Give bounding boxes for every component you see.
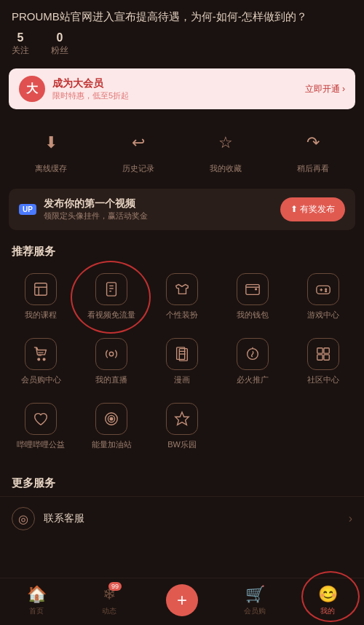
- nav-mine[interactable]: 😊 我的: [291, 585, 364, 616]
- energy-label: 能量加油站: [92, 439, 132, 450]
- service-community[interactable]: 社区中心: [288, 329, 358, 394]
- svg-point-29: [110, 417, 113, 420]
- fans-stat: 0 粉丝: [51, 31, 68, 57]
- dynamic-badge: 99: [108, 582, 122, 591]
- quick-action-favorites[interactable]: ☆ 我的收藏: [210, 127, 242, 174]
- vip-banner[interactable]: 大 成为大会员 限时特惠，低至5折起 立即开通 ›: [9, 68, 355, 109]
- vip-shop-nav-label: 会员购: [244, 606, 266, 616]
- charity-icon: [25, 403, 57, 435]
- community-label: 社区中心: [307, 374, 339, 385]
- customer-service-arrow: ›: [349, 512, 352, 525]
- promote-label: 必火推广: [237, 374, 269, 385]
- wallet-label: 我的钱包: [237, 310, 269, 321]
- up-text: 发布你的第一个视频 领限定头像挂件，赢活动奖金: [44, 197, 280, 221]
- community-icon: [307, 338, 339, 370]
- free-flow-icon: [95, 273, 127, 305]
- quick-action-offline[interactable]: ⬇ 离线缓存: [35, 127, 67, 174]
- service-charity[interactable]: 哔哩哔哩公益: [6, 394, 76, 459]
- wallet-icon: [237, 273, 269, 305]
- up-banner[interactable]: UP 发布你的第一个视频 领限定头像挂件，赢活动奖金 ⬆ 有奖发布: [9, 189, 355, 230]
- svg-point-16: [109, 352, 114, 356]
- svg-rect-24: [324, 348, 329, 353]
- service-vip-shop[interactable]: 会员购中心: [6, 329, 76, 394]
- vip-title: 成为大会员: [52, 77, 305, 90]
- home-label: 首页: [29, 606, 44, 616]
- home-icon: 🏠: [27, 585, 47, 604]
- energy-icon: [95, 403, 127, 435]
- favorites-label: 我的收藏: [210, 163, 242, 174]
- up-publish-button[interactable]: ⬆ 有奖发布: [280, 197, 345, 221]
- svg-rect-26: [324, 355, 329, 360]
- vip-shop-icon: [25, 338, 57, 370]
- nav-home[interactable]: 🏠 首页: [0, 585, 73, 616]
- recommended-section-title: 推荐服务: [0, 233, 364, 264]
- service-costume[interactable]: 个性装扮: [147, 264, 218, 329]
- vip-subtitle: 限时特惠，低至5折起: [52, 90, 305, 101]
- service-free-flow[interactable]: 看视频免流量: [76, 264, 147, 329]
- svg-point-12: [325, 288, 326, 290]
- follow-stat: 5 关注: [12, 31, 29, 57]
- svg-marker-30: [175, 412, 189, 425]
- game-icon: [307, 273, 339, 305]
- bw-icon: [166, 403, 198, 435]
- vip-shop-label: 会员购中心: [21, 374, 61, 385]
- service-wallet[interactable]: 我的钱包: [217, 264, 288, 329]
- svg-rect-9: [316, 286, 329, 294]
- service-game[interactable]: 游戏中心: [288, 264, 358, 329]
- costume-icon: [166, 273, 198, 305]
- more-section-title: 更多服务: [0, 465, 364, 496]
- fans-count: 0: [51, 31, 68, 44]
- svg-point-14: [38, 358, 40, 361]
- fans-label: 粉丝: [51, 44, 68, 57]
- game-label: 游戏中心: [307, 310, 339, 321]
- manga-icon: [166, 338, 198, 370]
- charity-label: 哔哩哔哩公益: [17, 439, 65, 450]
- publish-button[interactable]: +: [166, 584, 198, 616]
- customer-service-row[interactable]: ◎ 联系客服 ›: [0, 496, 364, 541]
- mine-label: 我的: [320, 606, 335, 616]
- nav-dynamic[interactable]: ❄ 99 动态: [73, 585, 146, 616]
- service-promote[interactable]: 必火推广: [217, 329, 288, 394]
- favorites-icon: ☆: [210, 127, 242, 159]
- service-manga[interactable]: 漫画: [147, 329, 218, 394]
- nav-publish[interactable]: +: [146, 584, 218, 616]
- service-my-course[interactable]: 我的课程: [6, 264, 76, 329]
- nav-vip-shop[interactable]: 🛒 会员购: [218, 585, 291, 616]
- vip-icon: 大: [19, 76, 45, 102]
- page-title: PROUMB站官网进入宣布提高待遇，为何-如何-怎样做到的？: [12, 9, 352, 24]
- recommended-services: 我的课程 看视频免流量 个性装扮 我的钱包 游戏中心: [0, 264, 364, 459]
- follow-count: 5: [12, 31, 29, 44]
- promote-icon: [237, 338, 269, 370]
- svg-point-15: [44, 358, 46, 361]
- mine-icon: 😊: [318, 585, 338, 604]
- service-live[interactable]: 我的直播: [76, 329, 147, 394]
- live-label: 我的直播: [95, 374, 127, 385]
- quick-action-history[interactable]: ↩ 历史记录: [122, 127, 154, 174]
- offline-icon: ⬇: [35, 127, 67, 159]
- quick-actions: ⬇ 离线缓存 ↩ 历史记录 ☆ 我的收藏 ↷ 稍后再看: [0, 115, 364, 186]
- watchlater-label: 稍后再看: [297, 163, 329, 174]
- quick-action-watchlater[interactable]: ↷ 稍后再看: [297, 127, 329, 174]
- up-title: 发布你的第一个视频: [44, 197, 280, 211]
- vip-text: 成为大会员 限时特惠，低至5折起: [52, 77, 305, 101]
- up-badge: UP: [19, 204, 36, 215]
- dynamic-label: 动态: [102, 606, 116, 616]
- live-icon: [95, 338, 127, 370]
- free-flow-label: 看视频免流量: [87, 310, 135, 321]
- bw-label: BW乐园: [167, 439, 197, 450]
- service-bw[interactable]: BW乐园: [147, 394, 218, 459]
- svg-rect-3: [107, 283, 116, 296]
- services-grid: 我的课程 看视频免流量 个性装扮 我的钱包 游戏中心: [0, 264, 364, 459]
- dynamic-icon-wrap: ❄ 99: [103, 585, 116, 604]
- follow-label: 关注: [12, 44, 29, 57]
- more-services: 更多服务 ◎ 联系客服 ›: [0, 465, 364, 541]
- customer-service-icon: ◎: [12, 507, 35, 530]
- svg-rect-7: [246, 285, 259, 295]
- service-energy[interactable]: 能量加油站: [76, 394, 147, 459]
- watchlater-icon: ↷: [297, 127, 329, 159]
- svg-rect-25: [317, 355, 322, 360]
- history-icon: ↩: [122, 127, 154, 159]
- vip-open-button[interactable]: 立即开通 ›: [305, 83, 345, 95]
- svg-rect-23: [317, 348, 322, 353]
- svg-point-13: [325, 291, 326, 292]
